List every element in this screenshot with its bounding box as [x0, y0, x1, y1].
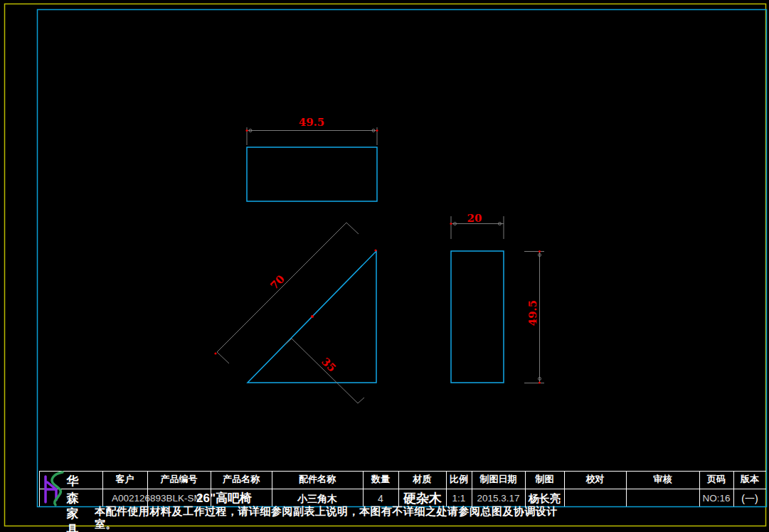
company-name-char-4: 具 [66, 523, 79, 532]
td-version: (一) [733, 491, 766, 506]
part-views [247, 147, 504, 383]
company-logo-icon [46, 472, 63, 505]
cad-drawing-sheet: 49.5 70 35 20 49.5 客户 产品编号 产品名称 配件名称 数量 … [0, 0, 769, 532]
dim-label-top-width: 49.5 [290, 117, 333, 128]
th-scale: 比例 [446, 473, 472, 486]
th-version: 版本 [733, 473, 766, 486]
dim-label-end-width: 20 [457, 213, 492, 224]
dimension-lines [214, 127, 544, 403]
company-name-char-1: 华 [66, 474, 79, 489]
td-scale: 1:1 [446, 491, 472, 506]
outer-border [5, 4, 766, 526]
td-part-name: 小三角木 [272, 491, 363, 506]
top-view-rect [247, 147, 377, 201]
th-part-name: 配件名称 [272, 473, 363, 486]
td-page: NO:16 [699, 491, 733, 506]
td-product-name: 26"高吧椅 [196, 491, 275, 506]
td-draw-date: 2015.3.17 [472, 491, 525, 506]
dim-label-end-height: 49.5 [527, 294, 539, 331]
td-quantity: 4 [363, 491, 398, 506]
company-name-char-2: 森 [66, 491, 79, 506]
th-material: 材质 [398, 473, 446, 486]
td-material: 硬杂木 [397, 491, 448, 506]
th-drafter: 制图 [525, 473, 564, 486]
note-line-1: 本配件使用材料及工作过程，请详细参阅副表上说明，本图有不详细之处请参阅总图及协调… [95, 505, 558, 518]
note-line-2: 室。 [95, 518, 117, 531]
th-quantity: 数量 [363, 473, 398, 486]
company-name-char-3: 家 [66, 507, 79, 521]
th-proofread: 校对 [564, 473, 626, 486]
th-product-number: 产品编号 [147, 473, 211, 486]
th-draw-date: 制图日期 [472, 473, 525, 486]
th-review: 审核 [626, 473, 699, 486]
th-page: 页码 [699, 473, 733, 486]
td-drafter: 杨长亮 [525, 491, 564, 506]
drawing-canvas [0, 0, 769, 532]
end-view-rect [451, 251, 504, 383]
td-proofread [564, 491, 626, 506]
td-review [626, 491, 699, 506]
th-product-name: 产品名称 [211, 473, 272, 486]
th-customer: 客户 [102, 473, 147, 486]
inner-border [38, 10, 767, 507]
